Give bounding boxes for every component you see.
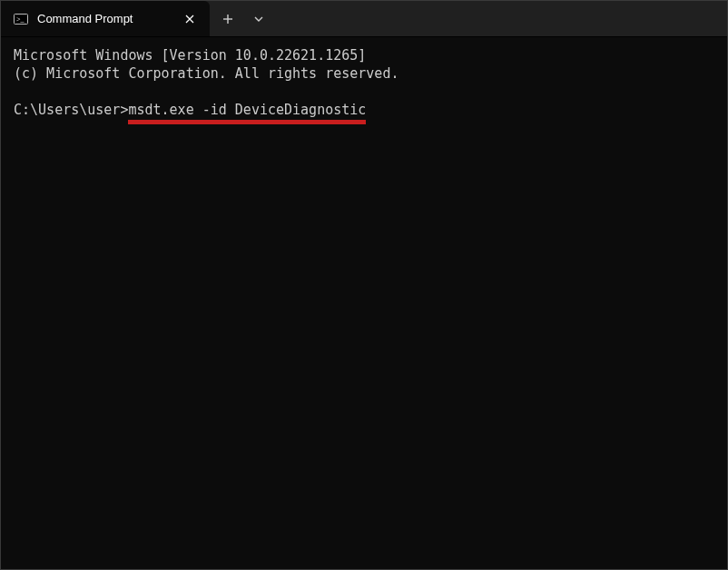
cmd-icon: >_	[14, 12, 28, 26]
terminal-output[interactable]: Microsoft Windows [Version 10.0.22621.12…	[1, 37, 727, 569]
tab-command-prompt[interactable]: >_ Command Prompt	[1, 1, 210, 36]
entered-command: msdt.exe -id DeviceDiagnostic	[128, 102, 366, 118]
banner-line-1: Microsoft Windows [Version 10.0.22621.12…	[14, 47, 366, 64]
tab-close-button[interactable]	[181, 10, 199, 28]
close-icon	[185, 15, 194, 24]
terminal-window: >_ Command Prompt Microsoft Wi	[0, 0, 728, 570]
banner-line-2: (c) Microsoft Corporation. All rights re…	[14, 65, 398, 82]
tab-dropdown-button[interactable]	[246, 1, 271, 36]
plus-icon	[222, 14, 233, 25]
new-tab-button[interactable]	[210, 1, 246, 36]
tab-title: Command Prompt	[37, 12, 172, 25]
title-bar-drag-region[interactable]	[271, 1, 727, 36]
annotation-underline	[128, 120, 366, 124]
svg-text:>_: >_	[16, 15, 25, 24]
chevron-down-icon	[254, 15, 263, 24]
title-bar: >_ Command Prompt	[1, 1, 727, 37]
prompt-prefix: C:\Users\user>	[14, 102, 128, 118]
